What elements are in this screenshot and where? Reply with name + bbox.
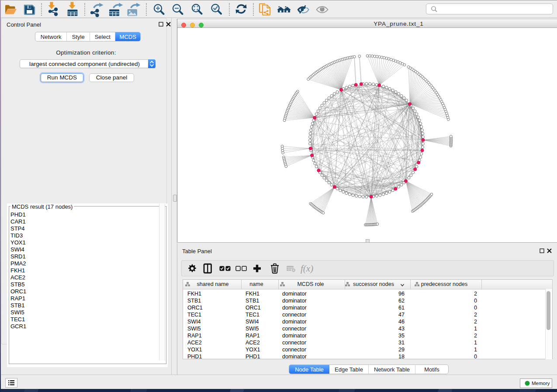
svg-text:f(x): f(x) [301,263,313,274]
